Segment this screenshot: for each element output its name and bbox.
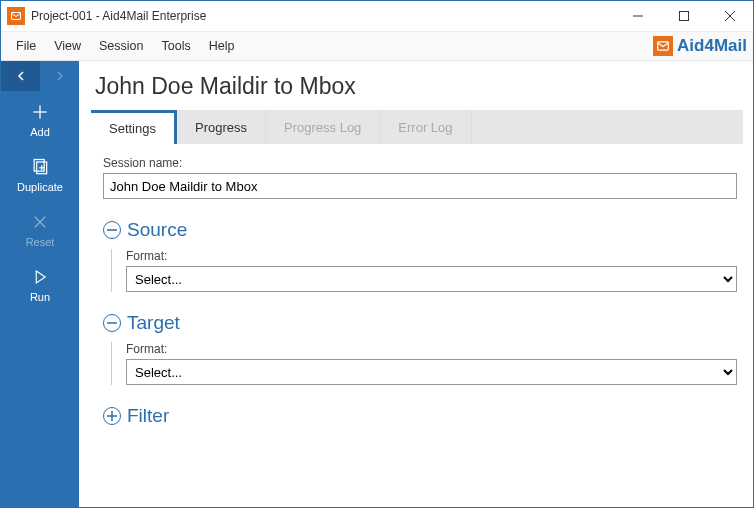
- session-name-input[interactable]: [103, 173, 737, 199]
- tab-progress-log[interactable]: Progress Log: [266, 110, 380, 144]
- section-filter: Filter: [103, 405, 737, 427]
- tab-progress[interactable]: Progress: [177, 110, 266, 144]
- brand-text: Aid4Mail: [677, 36, 747, 56]
- sidebar-item-label: Reset: [26, 236, 55, 248]
- source-format-select[interactable]: Select...: [126, 266, 737, 292]
- window-title: Project-001 - Aid4Mail Enterprise: [31, 9, 615, 23]
- target-format-select[interactable]: Select...: [126, 359, 737, 385]
- brand-icon: [653, 36, 673, 56]
- form-area: Session name: Source Format: Select...: [91, 144, 743, 507]
- sidebar-item-run[interactable]: Run: [1, 256, 79, 311]
- sidebar-item-reset: Reset: [1, 201, 79, 256]
- source-header[interactable]: Source: [103, 219, 737, 241]
- section-target: Target Format: Select...: [103, 312, 737, 385]
- menu-help[interactable]: Help: [200, 35, 244, 57]
- app-icon: [7, 7, 25, 25]
- chevron-left-icon: [16, 71, 26, 81]
- session-name-label: Session name:: [103, 156, 737, 170]
- section-source: Source Format: Select...: [103, 219, 737, 292]
- svg-rect-2: [680, 12, 689, 21]
- sidebar-item-label: Duplicate: [17, 181, 63, 193]
- title-bar: Project-001 - Aid4Mail Enterprise: [1, 1, 753, 31]
- tab-error-log[interactable]: Error Log: [380, 110, 471, 144]
- target-format-label: Format:: [126, 342, 737, 356]
- collapse-icon: [103, 314, 121, 332]
- page-title: John Doe Maildir to Mbox: [91, 69, 743, 110]
- nav-back-button[interactable]: [1, 61, 40, 91]
- sidebar-item-label: Run: [30, 291, 50, 303]
- expand-icon: [103, 407, 121, 425]
- content: John Doe Maildir to Mbox Settings Progre…: [79, 61, 753, 507]
- menu-file[interactable]: File: [7, 35, 45, 57]
- maximize-button[interactable]: [661, 1, 707, 31]
- collapse-icon: [103, 221, 121, 239]
- menu-bar: File View Session Tools Help Aid4Mail: [1, 31, 753, 61]
- source-heading-text: Source: [127, 219, 187, 241]
- menu-tools[interactable]: Tools: [153, 35, 200, 57]
- chevron-right-icon: [55, 71, 65, 81]
- brand: Aid4Mail: [653, 36, 747, 56]
- menu-view[interactable]: View: [45, 35, 90, 57]
- close-button[interactable]: [707, 1, 753, 31]
- plus-icon: [29, 101, 51, 123]
- menu-session[interactable]: Session: [90, 35, 152, 57]
- target-heading-text: Target: [127, 312, 180, 334]
- play-icon: [29, 266, 51, 288]
- svg-rect-8: [34, 160, 44, 172]
- nav-forward-button[interactable]: [40, 61, 79, 91]
- filter-header[interactable]: Filter: [103, 405, 737, 427]
- minimize-button[interactable]: [615, 1, 661, 31]
- tab-settings[interactable]: Settings: [91, 110, 177, 144]
- filter-heading-text: Filter: [127, 405, 169, 427]
- target-header[interactable]: Target: [103, 312, 737, 334]
- source-format-label: Format:: [126, 249, 737, 263]
- sidebar-item-label: Add: [30, 126, 50, 138]
- sidebar-item-duplicate[interactable]: Duplicate: [1, 146, 79, 201]
- tabs: Settings Progress Progress Log Error Log: [91, 110, 743, 144]
- duplicate-icon: [29, 156, 51, 178]
- nav-row: [1, 61, 79, 91]
- sidebar: Add Duplicate Reset Run: [1, 61, 79, 507]
- close-icon: [29, 211, 51, 233]
- sidebar-item-add[interactable]: Add: [1, 91, 79, 146]
